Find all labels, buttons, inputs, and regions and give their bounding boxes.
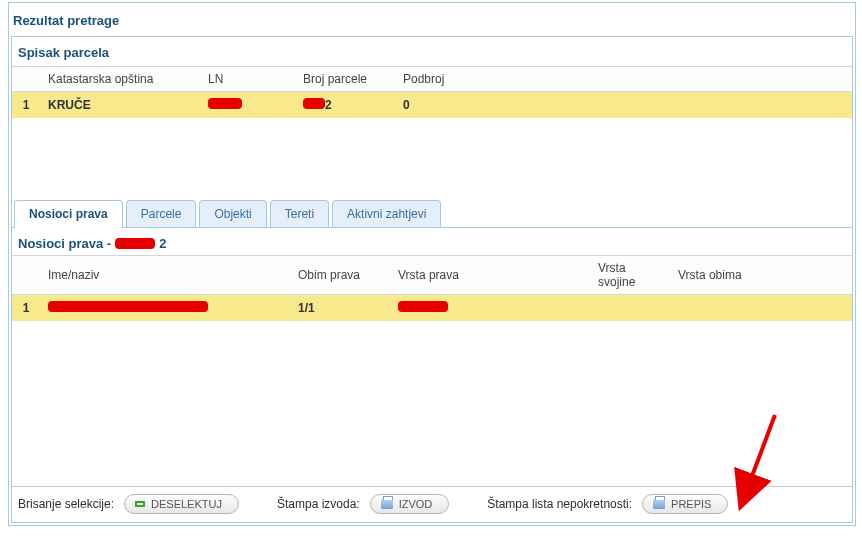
- parcels-spacer: [12, 118, 852, 198]
- rights-title: Nosioci prava - 2: [12, 228, 852, 255]
- izvod-label: IZVOD: [399, 498, 433, 510]
- parcels-col-num: [12, 67, 40, 92]
- stampa-lista-label: Štampa lista nepokretnosti:: [487, 497, 632, 511]
- tab-aktivni-zahtjevi[interactable]: Aktivni zahtjevi: [332, 200, 441, 227]
- brisanje-label: Brisanje selekcije:: [18, 497, 114, 511]
- rights-col-ime: Ime/naziv: [40, 256, 290, 295]
- tab-nosioci-prava[interactable]: Nosioci prava: [14, 200, 123, 228]
- rights-title-prefix: Nosioci prava -: [18, 236, 111, 251]
- footer-bar: Brisanje selekcije: DESELEKTUJ Štampa iz…: [12, 486, 852, 522]
- redacted-rights-id: [115, 238, 155, 249]
- redacted-vrsta: [398, 301, 448, 312]
- rights-vrsta: [390, 295, 590, 322]
- parcel-broj: 2: [295, 92, 395, 119]
- rights-rownum: 1: [12, 295, 40, 322]
- tab-objekti[interactable]: Objekti: [199, 200, 266, 227]
- parcels-col-broj: Broj parcele: [295, 67, 395, 92]
- parcel-rownum: 1: [12, 92, 40, 119]
- parcels-header-row: Katastarska opština LN Broj parcele Podb…: [12, 67, 852, 92]
- redacted-ime: [48, 301, 208, 312]
- deselect-label: DESELEKTUJ: [151, 498, 222, 510]
- rights-col-vobima: Vrsta obima: [670, 256, 852, 295]
- stampa-izvoda-label: Štampa izvoda:: [277, 497, 360, 511]
- parcel-ln: [200, 92, 295, 119]
- prepis-label: PREPIS: [671, 498, 711, 510]
- table-row[interactable]: 1 KRUČE 2 0: [12, 92, 852, 119]
- rights-spacer: [12, 321, 852, 486]
- prepis-button[interactable]: PREPIS: [642, 494, 728, 514]
- rights-svojine: [590, 295, 670, 322]
- results-title: Rezultat pretrage: [9, 3, 855, 36]
- izvod-button[interactable]: IZVOD: [370, 494, 450, 514]
- parcel-opstina: KRUČE: [40, 92, 200, 119]
- redacted-broj: [303, 98, 325, 109]
- rights-col-obim: Obim prava: [290, 256, 390, 295]
- tab-parcele[interactable]: Parcele: [126, 200, 197, 227]
- results-outer-panel: Rezultat pretrage Spisak parcela Katasta…: [8, 2, 856, 526]
- printer-icon: [381, 499, 393, 509]
- rights-col-svojine: Vrsta svojine: [590, 256, 670, 295]
- parcels-table: Katastarska opština LN Broj parcele Podb…: [12, 66, 852, 118]
- printer-icon: [653, 499, 665, 509]
- rights-col-vrsta: Vrsta prava: [390, 256, 590, 295]
- redacted-ln: [208, 98, 242, 109]
- parcels-col-podbroj: Podbroj: [395, 67, 852, 92]
- deselect-icon: [135, 501, 145, 507]
- tab-tereti[interactable]: Tereti: [270, 200, 329, 227]
- rights-col-num: [12, 256, 40, 295]
- parcels-col-ln: LN: [200, 67, 295, 92]
- table-row[interactable]: 1 1/1: [12, 295, 852, 322]
- parcels-col-opstina: Katastarska opština: [40, 67, 200, 92]
- rights-table: Ime/naziv Obim prava Vrsta prava Vrsta s…: [12, 255, 852, 321]
- parcels-title: Spisak parcela: [12, 37, 852, 66]
- rights-header-row: Ime/naziv Obim prava Vrsta prava Vrsta s…: [12, 256, 852, 295]
- results-inner-box: Spisak parcela Katastarska opština LN Br…: [11, 36, 853, 523]
- rights-obim: 1/1: [290, 295, 390, 322]
- rights-vobima: [670, 295, 852, 322]
- rights-ime: [40, 295, 290, 322]
- tab-row: Nosioci prava Parcele Objekti Tereti Akt…: [12, 200, 852, 228]
- deselect-button[interactable]: DESELEKTUJ: [124, 494, 239, 514]
- parcel-podbroj: 0: [395, 92, 852, 119]
